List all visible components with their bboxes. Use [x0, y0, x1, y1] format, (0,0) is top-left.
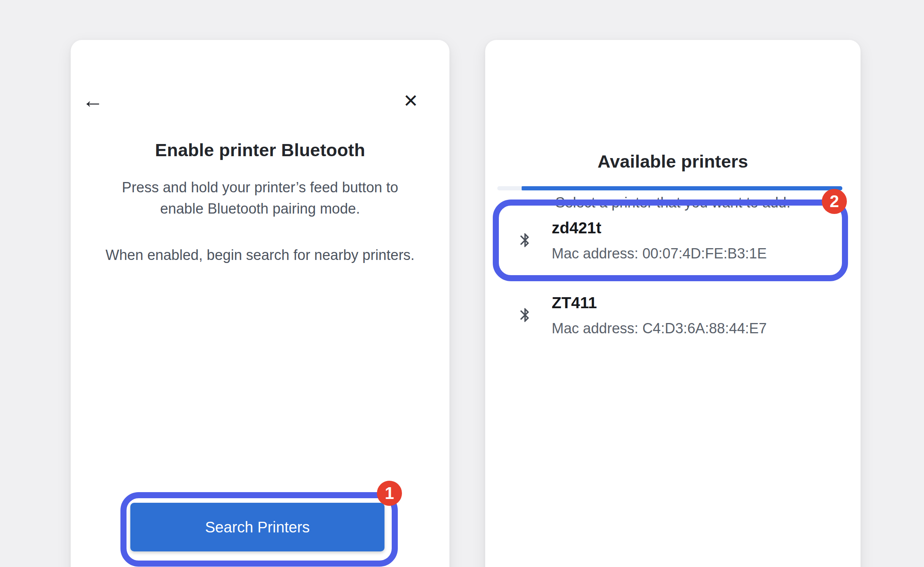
printer-mac-address: Mac address: C4:D3:6A:88:44:E7 [552, 320, 767, 337]
scan-progress-bar [497, 186, 842, 190]
instruction-text-2: When enabled, begin search for nearby pr… [90, 244, 430, 266]
printer-name: zd421t [552, 219, 767, 237]
close-button[interactable]: ✕ [399, 89, 423, 113]
page-title: Available printers [485, 151, 861, 172]
close-icon: ✕ [403, 90, 418, 111]
printer-name: ZT411 [552, 294, 767, 312]
bluetooth-icon [517, 303, 533, 328]
subtitle-text: Select a printer that you want to add. [504, 192, 842, 213]
instruction-text-1: Press and hold your printer’s feed butto… [90, 177, 430, 219]
search-printers-label: Search Printers [205, 519, 310, 536]
search-printers-button[interactable]: Search Printers [130, 503, 384, 551]
available-printers-panel: Available printers Select a printer that… [485, 40, 861, 567]
printer-list-item-zt411[interactable]: ZT411 Mac address: C4:D3:6A:88:44:E7 [517, 287, 836, 344]
step-badge-1: 1 [377, 481, 402, 506]
back-button[interactable]: ← [81, 88, 105, 112]
bluetooth-icon [517, 228, 533, 253]
printer-mac-address: Mac address: 00:07:4D:FE:B3:1E [552, 245, 767, 262]
back-arrow-icon: ← [82, 88, 103, 112]
enable-bluetooth-panel: ← ✕ Enable printer Bluetooth Press and h… [71, 40, 449, 567]
printer-list-item-zd421t[interactable]: zd421t Mac address: 00:07:4D:FE:B3:1E [517, 212, 836, 269]
page-title: Enable printer Bluetooth [71, 139, 449, 160]
scan-progress-fill [522, 186, 842, 190]
step-badge-2: 2 [822, 189, 847, 214]
